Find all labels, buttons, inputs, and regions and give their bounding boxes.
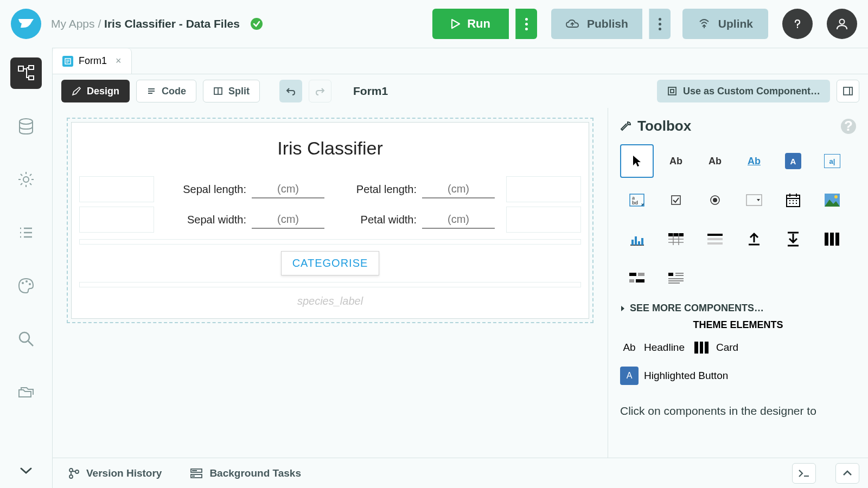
sepal-length-input[interactable]	[252, 181, 324, 198]
tool-chart[interactable]	[620, 222, 654, 256]
tool-image[interactable]	[815, 183, 849, 217]
empty-slot[interactable]	[506, 176, 581, 202]
toolbox-help-button[interactable]: ?	[841, 119, 856, 134]
breadcrumb[interactable]: My Apps / Iris Classifier - Data Files	[51, 17, 240, 30]
custom-component-button[interactable]: Use as Custom Component…	[657, 80, 830, 102]
run-button[interactable]: Run	[432, 9, 509, 39]
petal-length-input[interactable]	[422, 181, 495, 198]
form-heading[interactable]: Iris Classifier	[79, 138, 581, 159]
tool-button[interactable]: A	[776, 144, 810, 178]
repeat-icon	[707, 233, 723, 246]
rail-logs[interactable]	[10, 217, 42, 248]
svg-rect-26	[635, 236, 637, 245]
rail-files[interactable]	[10, 376, 42, 408]
svg-rect-12	[668, 87, 676, 95]
petal-width-input[interactable]	[422, 211, 495, 229]
empty-slot[interactable]	[79, 176, 154, 202]
svg-rect-28	[641, 238, 643, 245]
help-button[interactable]	[782, 9, 813, 39]
textarea-icon: abd	[628, 191, 646, 209]
sepal-width-label[interactable]: Sepal width:	[154, 214, 252, 226]
design-view-button[interactable]: Design	[61, 80, 130, 102]
publish-more-button[interactable]	[649, 9, 671, 39]
pointer-icon	[631, 155, 642, 168]
theme-headline[interactable]: AbHeadline	[620, 338, 685, 357]
code-view-button[interactable]: Code	[136, 80, 196, 102]
tool-link[interactable]: Ab	[737, 144, 771, 178]
tool-label[interactable]: Ab	[659, 144, 693, 178]
tool-flow-panel[interactable]	[620, 261, 654, 295]
redo-button[interactable]	[309, 80, 331, 102]
background-tasks-button[interactable]: Background Tasks	[183, 467, 308, 479]
tab-form1[interactable]: Form1 ×	[53, 48, 132, 74]
rail-settings[interactable]	[10, 164, 42, 195]
see-more-components[interactable]: SEE MORE COMPONENTS…	[620, 303, 856, 314]
empty-slot[interactable]	[79, 207, 154, 233]
grid-icon	[668, 233, 684, 246]
tool-column-panel[interactable]	[815, 222, 849, 256]
svg-point-0	[840, 20, 845, 24]
main-area: Form1 × Design Code Split Form1 Use as C…	[52, 48, 868, 488]
breadcrumb-current[interactable]: Iris Classifier - Data Files	[104, 17, 240, 30]
split-view-button[interactable]: Split	[203, 80, 260, 102]
cloud-icon	[565, 18, 579, 29]
rail-database[interactable]	[10, 111, 42, 142]
tool-textbox[interactable]: a|	[815, 144, 849, 178]
tool-file-upload[interactable]	[737, 222, 771, 256]
account-button[interactable]	[827, 9, 857, 39]
rail-collapse[interactable]	[20, 466, 33, 475]
theme-card[interactable]: Card	[692, 338, 738, 357]
tab-label: Form1	[79, 55, 107, 67]
design-canvas[interactable]: Iris Classifier Sepal length: Petal leng…	[53, 108, 608, 458]
categorise-button[interactable]: CATEGORISE	[281, 251, 380, 275]
close-icon[interactable]: ×	[116, 55, 122, 67]
svg-rect-38	[694, 342, 698, 354]
form-container[interactable]: Iris Classifier Sepal length: Petal leng…	[67, 118, 593, 323]
tool-radio[interactable]	[698, 183, 732, 217]
uplink-button[interactable]: Uplink	[682, 9, 768, 39]
tool-repeating-panel[interactable]	[698, 222, 732, 256]
version-history-button[interactable]: Version History	[61, 467, 168, 479]
drop-slot[interactable]	[79, 239, 581, 245]
tool-download[interactable]	[776, 222, 810, 256]
svg-rect-13	[671, 89, 674, 93]
tool-textarea[interactable]: abd	[620, 183, 654, 217]
console-button[interactable]	[792, 463, 816, 484]
tool-rich-text[interactable]	[659, 261, 693, 295]
svg-rect-35	[629, 279, 634, 282]
panels-button[interactable]	[837, 80, 859, 102]
tool-label-bold[interactable]: Ab	[698, 144, 732, 178]
toolbox-grid: Ab Ab Ab A a| abd	[620, 144, 856, 295]
user-icon	[835, 17, 848, 30]
rail-app-browser[interactable]	[10, 57, 42, 89]
empty-slot[interactable]	[506, 207, 581, 233]
petal-length-label[interactable]: Petal length:	[324, 183, 422, 196]
species-label[interactable]: species_label	[79, 295, 581, 307]
tool-data-grid[interactable]	[659, 222, 693, 256]
upload-icon	[747, 232, 761, 247]
sepal-width-input[interactable]	[252, 211, 324, 229]
svg-point-42	[69, 475, 73, 478]
redo-icon	[315, 86, 326, 97]
sepal-length-label[interactable]: Sepal length:	[154, 183, 252, 196]
breadcrumb-root[interactable]: My Apps	[51, 17, 95, 30]
theme-highlighted-button[interactable]: AHighlighted Button	[620, 367, 728, 385]
drop-slot[interactable]	[79, 282, 581, 287]
expand-button[interactable]	[835, 463, 859, 484]
undo-button[interactable]	[279, 80, 302, 102]
theme-elements-title: THEME ELEMENTS	[620, 319, 856, 331]
svg-rect-21	[746, 195, 762, 206]
tool-datepicker[interactable]	[776, 183, 810, 217]
publish-button[interactable]: Publish	[551, 9, 642, 39]
svg-rect-1	[18, 66, 23, 71]
tool-pointer[interactable]	[620, 144, 654, 178]
anvil-logo[interactable]	[11, 9, 41, 39]
rail-theme[interactable]	[10, 270, 42, 301]
download-icon	[786, 232, 800, 247]
header: My Apps / Iris Classifier - Data Files R…	[0, 0, 868, 48]
petal-width-label[interactable]: Petal width:	[324, 214, 422, 226]
tool-dropdown[interactable]	[737, 183, 771, 217]
rail-search[interactable]	[10, 323, 42, 355]
tool-checkbox[interactable]	[659, 183, 693, 217]
run-more-button[interactable]	[515, 9, 537, 39]
